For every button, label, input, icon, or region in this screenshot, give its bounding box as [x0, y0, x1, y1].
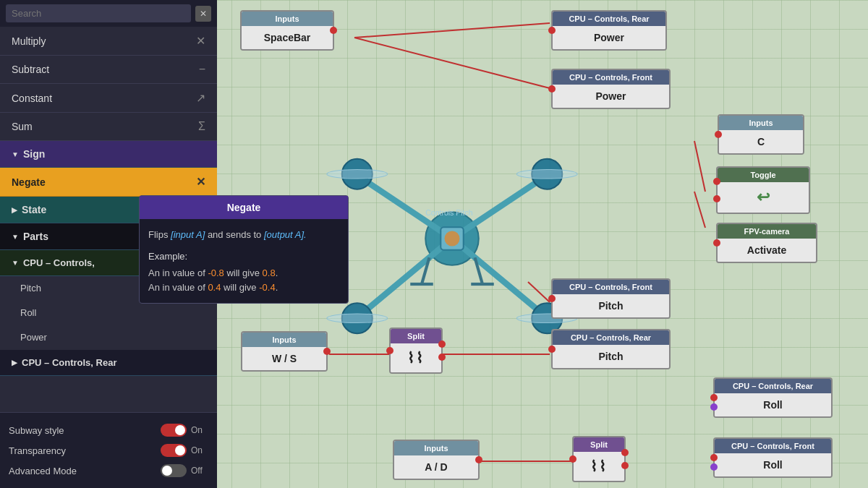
tooltip-ex2-pre: An in value of [148, 282, 208, 293]
tooltip-input-a: [input A] [171, 229, 205, 240]
transparency-state: On [191, 445, 208, 455]
node-cpu-front-pitch-body: Pitch [553, 294, 669, 317]
sub-item-power[interactable]: Power [0, 325, 217, 350]
section-parts-label: Parts [23, 231, 48, 242]
node-fpv-input [713, 239, 720, 247]
node-ad-body: A / D [394, 455, 478, 479]
menu-item-constant[interactable]: Constant ↗ [0, 84, 217, 113]
menu-item-multiply-icon: ✕ [196, 34, 205, 48]
tooltip-title: Negate [140, 196, 348, 219]
menu-item-negate-label: Negate [12, 176, 46, 188]
node-split-ws-header: Split [391, 329, 441, 343]
node-split-ad-out2 [621, 462, 629, 469]
subway-style-state: On [191, 425, 208, 435]
svg-point-19 [327, 314, 388, 323]
node-spacebar-header: Inputs [242, 12, 333, 26]
node-cpu-rear-power: CPU – Controls, Rear Power [551, 10, 667, 51]
cpu-rear-arrow-icon: ▶ [12, 359, 17, 367]
svg-line-12 [452, 239, 543, 314]
node-split-ad-header: Split [574, 437, 624, 452]
menu-item-negate[interactable]: Negate ✕ [0, 168, 217, 197]
tooltip-ex1-pre: An in value of [148, 267, 208, 278]
menu-item-constant-label: Constant [12, 93, 52, 104]
menu-item-multiply-label: Multiply [12, 35, 46, 47]
tooltip-body: Flips [input A] and sends to [output A].… [140, 219, 348, 303]
node-spacebar-output [330, 27, 337, 34]
node-inputs-c-header: Inputs [719, 116, 803, 130]
node-split-ad-input [569, 455, 576, 463]
node-ad: Inputs A / D [393, 440, 480, 480]
toggle-row-advanced: Advanced Mode Off [9, 461, 208, 481]
node-toggle-body: ↩ [718, 182, 809, 213]
parts-arrow-icon: ▼ [12, 233, 19, 241]
node-split-ad-out1 [621, 449, 629, 456]
node-cpu-rear-power-header: CPU – Controls, Rear [553, 12, 665, 26]
section-cpu-rear[interactable]: ▶ CPU – Controls, Rear [0, 350, 217, 376]
node-cpu-rear-power-body: Power [553, 26, 665, 49]
subway-style-toggle[interactable] [161, 424, 187, 437]
node-inputs-c: Inputs C [718, 114, 804, 155]
toggle-row-transparency: Transparency On [9, 440, 208, 461]
menu-item-subtract-icon: − [199, 63, 205, 76]
tooltip-desc2: and sends to [205, 229, 264, 240]
menu-item-subtract[interactable]: Subtract − [0, 56, 217, 84]
section-state-label: State [22, 204, 46, 215]
node-cpu-rear-roll: CPU – Controls, Rear Roll [713, 377, 833, 418]
node-spacebar: Inputs SpaceBar [240, 10, 334, 51]
tooltip-ex1-end: . [276, 267, 278, 278]
advanced-mode-state: Off [191, 466, 208, 476]
transparency-toggle[interactable] [161, 444, 187, 457]
menu-item-subtract-label: Subtract [12, 64, 49, 75]
node-ws: Inputs W / S [241, 331, 328, 372]
node-ad-output [475, 456, 482, 463]
menu-item-negate-icon: ✕ [196, 175, 205, 189]
node-split-ws-input [386, 347, 393, 354]
node-split-ws-out1 [438, 341, 446, 348]
section-sign[interactable]: ▼ Sign [0, 141, 217, 168]
node-cpu-front-power-body: Power [553, 85, 669, 108]
menu-item-constant-icon: ↗ [196, 91, 205, 105]
node-ws-header: Inputs [242, 333, 326, 347]
node-cpu-front-roll-input [710, 454, 718, 461]
node-cpu-front-pitch-input [548, 295, 556, 302]
node-fpv-header: FPV-camera [718, 224, 816, 239]
search-bar: ✕ [0, 0, 217, 27]
menu-item-sum-icon: Σ [198, 120, 205, 133]
tooltip-output-a: [output A]. [264, 229, 307, 240]
node-ws-body: W / S [242, 347, 326, 370]
state-arrow-icon: ▶ [12, 206, 17, 214]
tooltip-negate: Negate Flips [input A] and sends to [out… [139, 195, 349, 304]
search-input[interactable] [6, 4, 191, 22]
node-cpu-front-roll: CPU – Controls, Front Roll [713, 437, 833, 478]
node-cpu-front-power-header: CPU – Controls, Front [553, 70, 669, 85]
menu-item-multiply[interactable]: Multiply ✕ [0, 27, 217, 56]
cpu-controls-arrow-icon: ▼ [12, 259, 19, 267]
search-close-button[interactable]: ✕ [195, 6, 211, 22]
svg-point-17 [327, 169, 388, 179]
node-inputs-c-output [715, 131, 722, 138]
section-cpu-rear-label: CPU – Controls, Rear [22, 357, 116, 368]
subway-style-label: Subway style [9, 425, 156, 436]
advanced-mode-label: Advanced Mode [9, 466, 156, 476]
advanced-mode-toggle[interactable] [161, 464, 187, 477]
node-cpu-rear-roll-body: Roll [715, 393, 831, 416]
node-cpu-rear-pitch-body: Pitch [553, 345, 669, 368]
sign-arrow-icon: ▼ [12, 150, 19, 158]
svg-point-26 [445, 231, 460, 247]
transparency-label: Transparency [9, 445, 156, 456]
node-cpu-rear-pitch: CPU – Controls, Rear Pitch [551, 329, 671, 369]
node-split-ad-body: ⌇⌇ [574, 452, 624, 481]
node-cpu-front-roll-input2 [710, 463, 718, 471]
sub-item-roll[interactable]: Roll [0, 301, 217, 325]
node-fpv: FPV-camera Activate [716, 223, 817, 263]
section-sign-label: Sign [23, 148, 45, 160]
node-toggle: Toggle ↩ [716, 166, 810, 214]
node-cpu-front-pitch-header: CPU – Controls, Front [553, 280, 669, 294]
menu-item-sum[interactable]: Sum Σ [0, 113, 217, 141]
tooltip-ex1-mid: will give [224, 267, 263, 278]
tooltip-ex2-mid: will give [221, 282, 259, 293]
tooltip-example-label: Example: [148, 249, 339, 264]
node-split-ad: Split ⌇⌇ [572, 436, 626, 482]
node-inputs-c-body: C [719, 130, 803, 153]
node-toggle-header: Toggle [718, 168, 809, 182]
